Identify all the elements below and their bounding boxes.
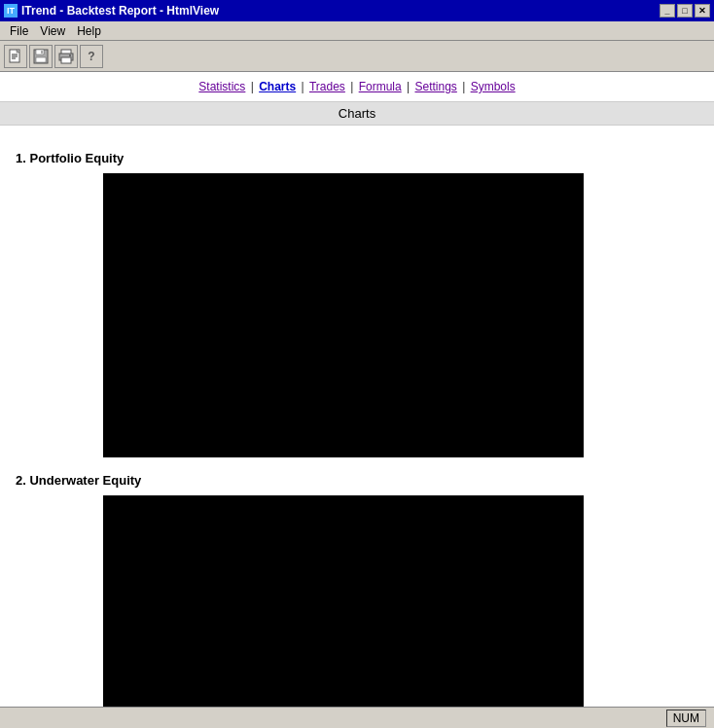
- page-content: 1. Portfolio Equity 2. Underwater Equity: [0, 133, 714, 707]
- toolbar: ?: [0, 41, 714, 72]
- nav-bar: Statistics | Charts | Trades | Formula |…: [0, 72, 714, 102]
- new-button[interactable]: [4, 45, 27, 68]
- nav-formula[interactable]: Formula: [359, 80, 402, 93]
- content-area[interactable]: Statistics | Charts | Trades | Formula |…: [0, 72, 714, 707]
- nav-settings[interactable]: Settings: [414, 80, 456, 93]
- window-title: ITrend - Backtest Report - HtmlView: [21, 4, 219, 18]
- chart-1-title: 1. Portfolio Equity: [16, 151, 698, 165]
- menu-help[interactable]: Help: [71, 23, 107, 39]
- app-icon: IT: [4, 4, 18, 18]
- nav-sep-3: |: [350, 80, 356, 93]
- print-icon: [58, 49, 74, 64]
- chart-1-image: [103, 173, 584, 457]
- help-button[interactable]: ?: [80, 45, 103, 68]
- status-bar: NUM: [0, 707, 714, 728]
- close-button[interactable]: ✕: [695, 4, 710, 18]
- print-button[interactable]: [54, 45, 78, 68]
- nav-charts[interactable]: Charts: [259, 80, 296, 93]
- save-button[interactable]: [29, 45, 53, 68]
- nav-symbols[interactable]: Symbols: [471, 80, 516, 93]
- num-lock-indicator: NUM: [666, 710, 706, 727]
- minimize-button[interactable]: _: [660, 4, 675, 18]
- svg-rect-11: [61, 57, 71, 63]
- menu-bar: File View Help: [0, 21, 714, 41]
- save-icon: [33, 49, 49, 64]
- chart-2-title: 2. Underwater Equity: [16, 473, 698, 488]
- nav-sep-1: |: [251, 80, 257, 93]
- section-header: Charts: [0, 102, 714, 126]
- chart-2-image: [103, 495, 584, 707]
- new-icon: [8, 49, 23, 64]
- window-body: Statistics | Charts | Trades | Formula |…: [0, 72, 714, 707]
- svg-rect-6: [36, 50, 44, 55]
- maximize-button[interactable]: □: [677, 4, 693, 18]
- svg-point-12: [69, 55, 71, 56]
- nav-sep-4: |: [407, 80, 412, 93]
- menu-view[interactable]: View: [34, 23, 71, 39]
- nav-sep-2: |: [302, 80, 307, 93]
- nav-sep-5: |: [462, 80, 468, 93]
- menu-file[interactable]: File: [4, 23, 34, 39]
- nav-trades[interactable]: Trades: [309, 80, 345, 93]
- title-bar-left: IT ITrend - Backtest Report - HtmlView: [4, 4, 219, 18]
- svg-rect-7: [36, 57, 46, 62]
- nav-statistics[interactable]: Statistics: [198, 80, 245, 93]
- title-bar: IT ITrend - Backtest Report - HtmlView _…: [0, 0, 714, 21]
- title-bar-controls: _ □ ✕: [660, 4, 710, 18]
